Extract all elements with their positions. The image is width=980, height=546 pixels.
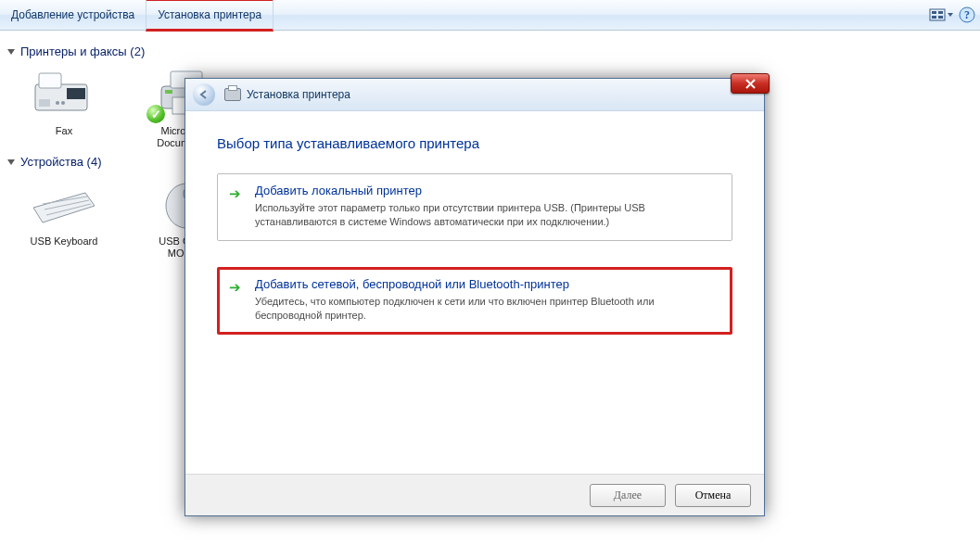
option-network-printer[interactable]: ➔ Добавить сетевой, беспроводной или Blu… — [217, 267, 732, 335]
svg-rect-0 — [930, 9, 945, 20]
svg-rect-16 — [165, 90, 172, 94]
option-desc: Убедитесь, что компьютер подключен к сет… — [255, 295, 719, 323]
printer-icon — [224, 88, 241, 101]
group-title: Принтеры и факсы (2) — [20, 44, 145, 58]
option-local-printer[interactable]: ➔ Добавить локальный принтер Используйте… — [217, 173, 732, 241]
svg-point-12 — [61, 101, 65, 105]
cmd-add-device[interactable]: Добавление устройства — [0, 0, 146, 30]
svg-rect-4 — [938, 16, 943, 19]
device-label: USB Keyboard — [19, 235, 109, 248]
svg-rect-1 — [932, 11, 936, 14]
collapse-icon — [7, 159, 15, 165]
view-options-button[interactable] — [928, 0, 954, 30]
command-bar: Добавление устройства Установка принтера… — [0, 0, 980, 31]
arrow-right-icon: ➔ — [229, 185, 241, 202]
dialog-body: Выбор типа устанавливаемого принтера ➔ Д… — [185, 111, 764, 335]
help-icon: ? — [959, 6, 975, 23]
close-icon — [745, 79, 756, 89]
close-button[interactable] — [731, 73, 770, 94]
add-printer-wizard: Установка принтера Выбор типа устанавлив… — [185, 78, 765, 516]
svg-rect-2 — [938, 11, 943, 14]
group-header[interactable]: Принтеры и факсы (2) — [7, 44, 967, 58]
dialog-header: Установка принтера — [185, 79, 764, 111]
chevron-down-icon — [948, 13, 953, 17]
svg-rect-8 — [39, 73, 61, 88]
dialog-title: Установка принтера — [224, 88, 350, 101]
option-title: Добавить локальный принтер — [255, 184, 719, 197]
view-icon — [930, 9, 945, 20]
arrow-left-icon — [198, 89, 210, 100]
device-fax[interactable]: Fax — [19, 66, 109, 149]
arrow-right-icon: ➔ — [229, 279, 241, 296]
fax-icon — [30, 66, 98, 120]
cmd-add-printer[interactable]: Установка принтера — [146, 0, 274, 32]
svg-point-11 — [56, 101, 59, 105]
dialog-footer: Далее Отмена — [185, 474, 764, 515]
device-label: Fax — [19, 125, 109, 137]
help-button[interactable]: ? — [954, 0, 980, 30]
dialog-heading: Выбор типа устанавливаемого принтера — [217, 135, 732, 151]
default-check-icon: ✓ — [146, 105, 165, 123]
group-title: Устройства (4) — [20, 155, 102, 169]
back-button[interactable] — [193, 83, 215, 106]
next-button: Далее — [590, 484, 666, 507]
option-desc: Используйте этот параметр только при отс… — [255, 201, 719, 229]
option-title: Добавить сетевой, беспроводной или Bluet… — [255, 277, 719, 291]
keyboard-icon — [30, 176, 98, 230]
svg-rect-10 — [39, 99, 50, 107]
svg-rect-3 — [932, 16, 936, 19]
svg-rect-9 — [67, 88, 85, 99]
collapse-icon — [7, 49, 15, 55]
cancel-button[interactable]: Отмена — [675, 484, 751, 507]
device-keyboard[interactable]: USB Keyboard — [19, 176, 109, 260]
svg-text:?: ? — [964, 8, 970, 21]
